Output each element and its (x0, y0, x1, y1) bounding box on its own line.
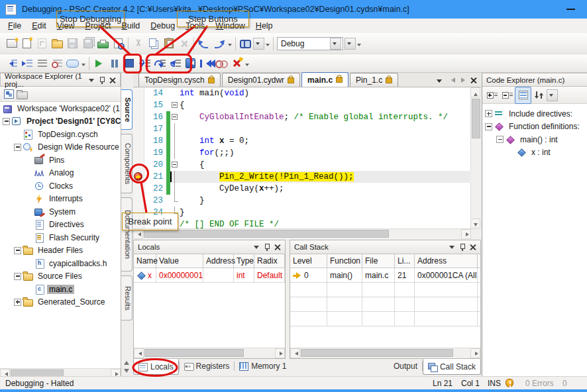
configuration-combo[interactable]: Debug (277, 37, 343, 50)
we-tree-item-main-c[interactable]: cmain.c (0, 283, 121, 296)
breakpoint-margin[interactable] (133, 183, 144, 195)
paste-button[interactable] (161, 36, 176, 52)
column-header-file[interactable]: File (362, 254, 395, 268)
code-line-16[interactable]: 16 CyGlobalIntEnable; /* Enable global i… (133, 111, 471, 123)
debug-run-button[interactable] (91, 56, 107, 72)
reset-button[interactable] (198, 56, 213, 72)
ce-tree-item-function-definitions[interactable]: Function definitions: (482, 121, 587, 134)
comment-selection-button[interactable] (34, 56, 50, 72)
side-tab-components[interactable]: Components (121, 134, 133, 193)
column-header-value[interactable]: Value (156, 254, 203, 268)
toolbar-overflow-icon[interactable] (244, 56, 250, 72)
code-line-eof[interactable]: /* [] END OF FILE */ (133, 219, 471, 228)
status-errors[interactable]: 0 Errors (525, 379, 554, 388)
scroll-tabs-left-icon[interactable] (446, 75, 456, 85)
editor-hscrollbar[interactable] (133, 228, 471, 239)
code-line-17[interactable]: 17 (133, 123, 471, 135)
close-icon[interactable] (468, 242, 478, 252)
we-tree-item-interrupts[interactable]: Interrupts (0, 193, 121, 206)
we-tree-item-generated-source[interactable]: Generated_Source (0, 296, 121, 309)
chevron-down-icon[interactable] (252, 242, 261, 252)
collapse-all-button[interactable] (500, 87, 515, 103)
scroll-tabs-right-icon[interactable] (457, 75, 467, 85)
redo-button[interactable] (211, 36, 227, 52)
code-line-23[interactable]: 23 } (133, 195, 471, 207)
save-button[interactable] (65, 36, 80, 52)
minimize-button[interactable] (566, 9, 575, 10)
collapse-icon[interactable] (14, 247, 21, 254)
breakpoints-window-button[interactable] (213, 56, 229, 72)
code-line-20[interactable]: 20 { (133, 159, 471, 171)
pin-icon[interactable] (97, 75, 107, 85)
editor-tab-main-c[interactable]: main.c (301, 72, 348, 87)
grid-row[interactable]: x0x00000001intDefault (134, 268, 285, 283)
tool-tab-registers[interactable]: Registers (180, 359, 235, 373)
breakpoint-margin[interactable] (133, 99, 144, 111)
collapse-icon[interactable] (496, 136, 504, 143)
sort-order-button[interactable] (531, 87, 547, 103)
call-stack-hscrollbar[interactable] (290, 348, 480, 358)
grid-row-empty[interactable] (290, 283, 480, 297)
menu-item-debug[interactable]: Debug (145, 20, 180, 32)
we-tree-item-pins[interactable]: Pins (0, 154, 121, 167)
we-tree-item-directives[interactable]: Directives (0, 219, 121, 232)
expand-icon[interactable] (485, 110, 492, 117)
collapse-all-button[interactable] (2, 88, 15, 101)
column-header-function[interactable]: Function (327, 254, 362, 268)
fold-collapse-icon[interactable] (170, 159, 180, 171)
new-project-button[interactable] (4, 36, 19, 52)
code-line-18[interactable]: 18 int x = 0; (133, 135, 471, 147)
fold-collapse-icon[interactable] (170, 111, 180, 123)
list-view-button[interactable] (515, 87, 531, 104)
toolbar-overflow-icon[interactable] (227, 36, 233, 52)
we-tree-item-workspace-workspace02-1[interactable]: Workspace 'Workspace02' (1 (0, 102, 121, 115)
code-line-19[interactable]: 19 for(;;) (133, 147, 471, 159)
toolbar-overflow-icon[interactable] (356, 36, 362, 52)
we-tree-item-flash-security[interactable]: Flash Security (0, 231, 121, 244)
column-header-address[interactable]: Address (415, 254, 478, 268)
we-tree-item-source-files[interactable]: Source Files (0, 270, 121, 283)
grid-row[interactable]: 0main()main.c210x000001CA (All) (290, 268, 480, 283)
we-tree-item-header-files[interactable]: Header Files (0, 244, 121, 258)
menu-item-file[interactable]: File (3, 20, 27, 32)
code-line-22[interactable]: 22 CyDelay(x++); (133, 183, 471, 195)
toolbar-overflow-icon[interactable] (80, 56, 87, 72)
increase-indent-button[interactable] (19, 56, 34, 72)
code-line-21[interactable]: 21 Pin_2_Write(!Pin_1_Read()); (133, 171, 471, 183)
decrease-indent-button[interactable] (4, 56, 19, 72)
breakpoint-margin[interactable] (133, 123, 144, 135)
pin-icon[interactable] (262, 242, 272, 252)
we-tree-item-system[interactable]: System (0, 205, 121, 219)
tool-tab-output[interactable]: Output (389, 359, 422, 373)
show-folders-button[interactable] (15, 88, 28, 101)
side-tab-source[interactable]: Source (121, 89, 133, 130)
breakpoint-icon[interactable] (134, 172, 142, 181)
chevron-down-icon[interactable] (330, 38, 341, 50)
delete-button[interactable] (176, 36, 191, 52)
tab-list-dropdown-icon[interactable] (435, 75, 445, 85)
open-button[interactable] (50, 36, 65, 52)
column-header-name[interactable]: Name (134, 254, 156, 268)
step-out-button[interactable] (168, 56, 183, 72)
side-tab-documentation[interactable]: Documentation (121, 197, 133, 271)
breakpoint-margin[interactable] (133, 159, 144, 171)
we-tree-item-topdesign-cysch[interactable]: TopDesign.cysch (0, 128, 121, 141)
grid-row-empty[interactable] (290, 297, 480, 312)
expand-icon[interactable] (14, 299, 21, 306)
code-line-15[interactable]: 15{ (133, 99, 471, 111)
cut-button[interactable] (131, 36, 146, 52)
column-header-type[interactable]: Type (234, 254, 254, 268)
ce-tree-item-x-int[interactable]: x : int (482, 146, 587, 160)
menu-item-help[interactable]: Help (250, 20, 278, 32)
pin-icon[interactable] (458, 242, 467, 252)
close-document-icon[interactable] (468, 75, 478, 85)
editor-tab-topdesign-cysch[interactable]: TopDesign.cysch (138, 73, 221, 87)
ce-tree-item-main-int[interactable]: main() : int (482, 133, 587, 146)
breakpoint-margin[interactable] (133, 147, 144, 159)
column-header-level[interactable]: Level (290, 254, 327, 268)
stop-debugging-button[interactable] (122, 56, 137, 72)
insert-snippet-button[interactable] (65, 56, 80, 72)
chevron-down-icon[interactable] (447, 242, 456, 252)
toolbar-overflow-icon[interactable] (264, 36, 271, 52)
breakpoint-margin[interactable] (133, 87, 144, 99)
